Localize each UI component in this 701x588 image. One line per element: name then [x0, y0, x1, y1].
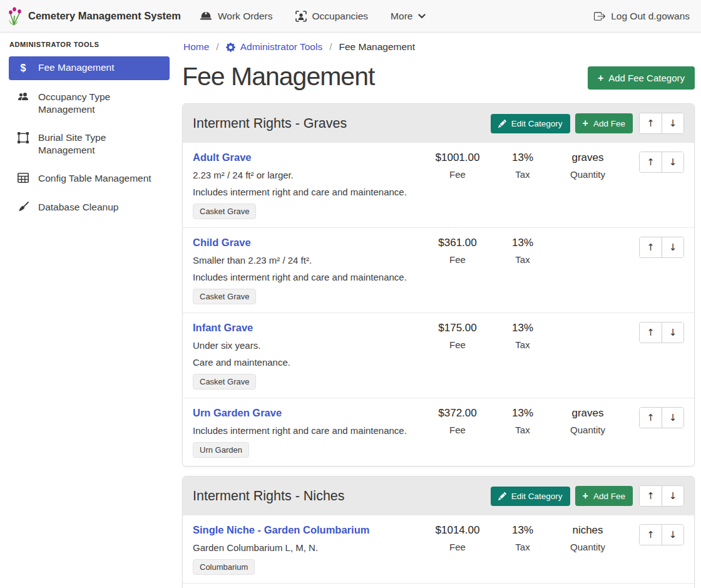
add-fee-label: Add Fee — [593, 492, 625, 501]
tax-value: 13% — [490, 407, 555, 420]
sidebar-item-occupancy-type[interactable]: Occupancy Type Management — [9, 86, 170, 121]
sidebar-item-label: Occupancy Type Management — [38, 91, 160, 116]
move-down-button[interactable]: ↓ — [662, 525, 683, 545]
fee-reorder-controls: ↑ ↓ — [639, 152, 684, 173]
edit-category-button[interactable]: Edit Category — [491, 114, 570, 133]
breadcrumb-home-link[interactable]: Home — [183, 41, 209, 53]
table-icon — [16, 173, 30, 183]
hard-hat-icon — [200, 11, 212, 21]
fee-row: Single Niche - Garden Columbarium Garden… — [183, 515, 694, 584]
breadcrumb-admin-tools-link[interactable]: Administrator Tools — [226, 41, 323, 53]
fee-description: Care and maintenance. — [193, 357, 420, 368]
sidebar-item-fee-management[interactable]: $ Fee Management — [9, 56, 170, 80]
breadcrumb-separator: / — [216, 41, 218, 53]
category-header: Interment Rights - Niches Edit Category … — [183, 477, 694, 515]
move-up-button[interactable]: ↑ — [640, 322, 662, 343]
sidebar-item-label: Config Table Management — [38, 172, 151, 185]
quantity-label: Quantity — [555, 542, 620, 552]
add-fee-button[interactable]: + Add Fee — [575, 113, 633, 133]
fee-type-badge: Columbarium — [193, 559, 255, 575]
nav-links: Work Orders Occupancies More — [200, 11, 426, 22]
person-badge-icon — [295, 11, 307, 22]
fee-amount-label: Fee — [425, 542, 490, 552]
chevron-down-icon — [418, 14, 426, 19]
nav-work-orders[interactable]: Work Orders — [200, 11, 273, 22]
people-icon — [16, 91, 30, 101]
fee-amount-label: Fee — [425, 425, 490, 435]
fee-stat: $372.00 Fee — [425, 407, 490, 435]
fee-description: Garden Columbarium L, M, N. — [193, 542, 420, 553]
add-fee-button[interactable]: + Add Fee — [575, 486, 633, 506]
fee-name-link[interactable]: Single Niche - Garden Columbarium — [193, 524, 369, 535]
move-down-button[interactable]: ↓ — [662, 486, 683, 506]
move-up-button[interactable]: ↑ — [640, 152, 662, 172]
top-navbar: Cemetery Management System Work Orders — [0, 0, 701, 33]
quantity-label: Quantity — [555, 169, 620, 180]
fee-description: Includes interment right and care and ma… — [193, 425, 420, 436]
edit-category-label: Edit Category — [511, 492, 563, 501]
fee-name-link[interactable]: Urn Garden Grave — [193, 407, 282, 418]
plus-icon: + — [598, 73, 603, 83]
move-up-button[interactable]: ↑ — [640, 525, 662, 545]
fee-description: Includes interment right and care and ma… — [193, 272, 420, 282]
fee-details: Single Niche - Garden Columbarium Garden… — [193, 524, 425, 575]
move-down-button[interactable]: ↓ — [662, 152, 683, 172]
breadcrumb-separator: / — [329, 41, 332, 53]
tax-value: 13% — [490, 237, 555, 249]
fee-type-badge: Casket Grave — [193, 289, 256, 304]
fee-name-link[interactable]: Child Grave — [193, 237, 251, 248]
category-title: Interment Rights - Niches — [193, 488, 486, 504]
category-card-niches: Interment Rights - Niches Edit Category … — [182, 476, 695, 588]
quantity-label: Quantity — [555, 425, 620, 435]
fee-name-link[interactable]: Infant Grave — [193, 322, 253, 333]
tulip-logo-icon — [6, 7, 23, 26]
sidebar-item-database-cleanup[interactable]: Database Cleanup — [9, 196, 170, 219]
fee-amount: $1001.00 — [425, 152, 490, 164]
fee-description: Includes interment right and care and ma… — [193, 187, 420, 197]
move-up-button[interactable]: ↑ — [640, 113, 662, 133]
move-down-button[interactable]: ↓ — [662, 408, 683, 428]
main-content: Home / Administrator Tools / Fee Managem… — [177, 33, 701, 588]
move-up-button[interactable]: ↑ — [640, 486, 662, 506]
tax-value: 13% — [490, 152, 555, 164]
fee-details: Infant Grave Under six years. Care and m… — [193, 322, 425, 389]
brand[interactable]: Cemetery Management System — [6, 7, 181, 26]
logout-button[interactable]: Log Out d.gowans — [594, 11, 690, 22]
move-down-button[interactable]: ↓ — [662, 322, 683, 343]
logout-icon — [594, 11, 605, 22]
add-fee-category-label: Add Fee Category — [608, 73, 685, 83]
fee-reorder-controls: ↑ ↓ — [639, 407, 684, 428]
quantity-value: graves — [555, 407, 620, 420]
fee-stat: $1001.00 Fee — [425, 152, 490, 180]
broom-icon — [16, 202, 30, 213]
category-reorder-controls: ↑ ↓ — [639, 113, 684, 134]
edit-category-label: Edit Category — [511, 119, 563, 128]
page-title: Fee Management — [182, 63, 374, 91]
move-down-button[interactable]: ↓ — [662, 237, 683, 257]
sidebar-item-burial-site-type[interactable]: Burial Site Type Management — [9, 126, 170, 162]
move-up-button[interactable]: ↑ — [640, 237, 662, 257]
move-down-button[interactable]: ↓ — [662, 113, 683, 133]
breadcrumb-current: Fee Management — [339, 41, 416, 53]
add-fee-category-button[interactable]: + Add Fee Category — [588, 66, 695, 90]
edit-category-button[interactable]: Edit Category — [491, 487, 570, 506]
fee-name-link[interactable]: Adult Grave — [193, 152, 252, 163]
nav-more[interactable]: More — [391, 11, 426, 22]
fee-amount: $175.00 — [425, 322, 490, 334]
tax-stat: 13% Tax — [490, 407, 555, 435]
tax-label: Tax — [490, 169, 555, 180]
tax-label: Tax — [490, 425, 555, 435]
move-up-button[interactable]: ↑ — [640, 408, 662, 428]
fee-details: Adult Grave 2.23 m² / 24 ft² or larger. … — [193, 152, 425, 219]
fee-details: Child Grave Smaller than 2.23 m² / 24 ft… — [193, 237, 425, 304]
fee-amount-label: Fee — [425, 339, 490, 350]
fee-row: Infant Grave Under six years. Care and m… — [183, 313, 694, 398]
nav-occupancies[interactable]: Occupancies — [295, 11, 369, 22]
sidebar-item-config-table[interactable]: Config Table Management — [9, 167, 170, 190]
fee-stat: $175.00 Fee — [425, 322, 490, 350]
fee-stat: $361.00 Fee — [425, 237, 490, 265]
sidebar: ADMINISTRATOR TOOLS $ Fee Management Occ… — [0, 33, 177, 588]
tax-label: Tax — [490, 339, 555, 350]
fee-details: Urn Garden Grave Includes interment righ… — [193, 407, 425, 458]
category-card-graves: Interment Rights - Graves Edit Category … — [182, 103, 695, 467]
